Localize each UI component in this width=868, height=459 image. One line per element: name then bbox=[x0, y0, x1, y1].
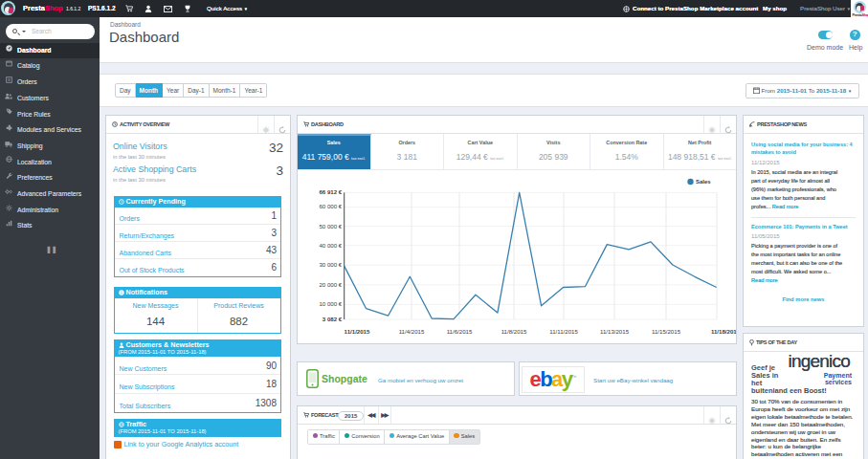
svg-text:20 000 €: 20 000 € bbox=[319, 281, 342, 288]
svg-text:66 912 €: 66 912 € bbox=[319, 188, 342, 195]
svg-text:11/4/2015: 11/4/2015 bbox=[399, 328, 425, 335]
svg-text:60 000 €: 60 000 € bbox=[319, 203, 342, 209]
svg-text:3 082 €: 3 082 € bbox=[323, 316, 343, 322]
svg-text:30 000 €: 30 000 € bbox=[319, 261, 342, 268]
svg-text:11/13/2015: 11/13/2015 bbox=[600, 328, 630, 335]
svg-text:50 000 €: 50 000 € bbox=[319, 223, 342, 230]
svg-text:11/15/2015: 11/15/2015 bbox=[652, 328, 681, 335]
svg-text:11/11/2015: 11/11/2015 bbox=[549, 328, 578, 335]
svg-text:11/1/2015: 11/1/2015 bbox=[345, 328, 370, 335]
svg-text:11/6/2015: 11/6/2015 bbox=[447, 328, 473, 335]
svg-text:11/8/2015: 11/8/2015 bbox=[501, 328, 527, 335]
svg-text:11/18/2015: 11/18/2015 bbox=[711, 328, 736, 335]
svg-text:10 000 €: 10 000 € bbox=[319, 300, 342, 307]
svg-text:Sales: Sales bbox=[696, 179, 711, 185]
svg-text:40 000 €: 40 000 € bbox=[319, 242, 342, 249]
